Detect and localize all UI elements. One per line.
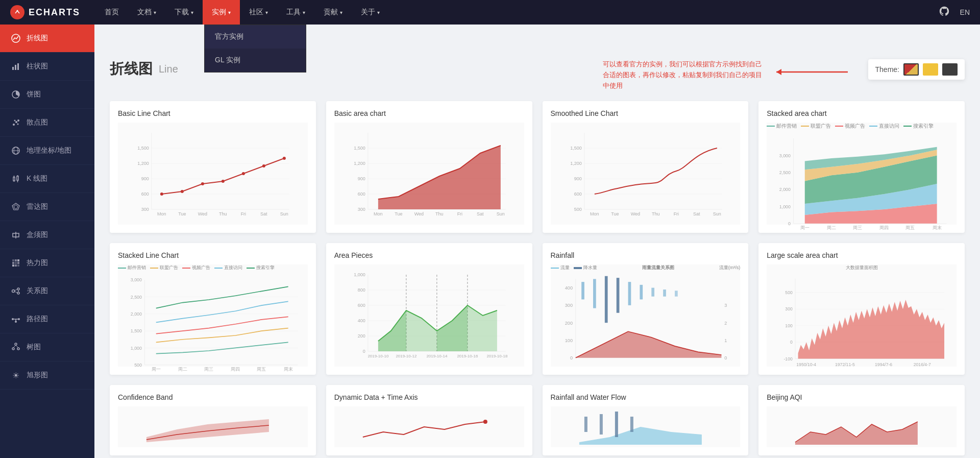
sidebar-item-heatmap[interactable]: 热力图	[0, 249, 94, 277]
pie-chart-icon	[10, 89, 21, 100]
page-title-en: Line	[159, 63, 178, 75]
svg-text:Tue: Tue	[611, 211, 619, 216]
svg-rect-32	[17, 262, 19, 264]
chart-title-stacked-area: Stacked area chart	[767, 109, 957, 117]
charts-row-2: Stacked Line Chart 邮件营销 联盟广告 视频广告 直接访问	[110, 243, 965, 375]
chart-card-rainfall-water[interactable]: Rainfall and Water Flow	[543, 385, 749, 455]
page-title-area: 折线图 Line	[110, 59, 178, 79]
legend-sl-direct: 直接访问	[214, 264, 242, 271]
chart-card-stacked-area[interactable]: Stacked area chart 邮件营销 联盟广告 视频广告 直接访问	[758, 101, 965, 233]
nav-logo[interactable]: ECHARTS	[10, 5, 80, 19]
theme-btn-yellow[interactable]	[923, 63, 938, 76]
sidebar-item-lines[interactable]: 路径图	[0, 305, 94, 333]
svg-rect-28	[15, 259, 17, 261]
svg-text:400: 400	[358, 318, 365, 323]
svg-text:2: 2	[724, 321, 727, 326]
svg-text:0: 0	[570, 356, 572, 361]
theme-btn-red[interactable]	[903, 63, 919, 76]
lang-switch[interactable]: EN	[960, 8, 970, 16]
stacked-line-svg: 500 1,000 1,500 2,000 2,500 3,000 周一 周二 …	[118, 274, 308, 376]
svg-point-74	[201, 182, 204, 185]
svg-text:周三: 周三	[853, 225, 862, 230]
chart-card-confidence[interactable]: Confidence Band	[110, 385, 316, 455]
chart-card-area-pieces[interactable]: Area Pieces 2019-10-10 2019-10-12	[326, 243, 532, 375]
chart-card-stacked-line[interactable]: Stacked Line Chart 邮件营销 联盟广告 视频广告 直接访问	[110, 243, 316, 375]
sidebar-item-candlestick[interactable]: K 线图	[0, 165, 94, 193]
svg-text:0: 0	[363, 349, 365, 354]
github-icon[interactable]	[939, 6, 950, 19]
nav-item-docs[interactable]: 文档▾	[128, 0, 165, 25]
sidebar-item-sunburst[interactable]: ☀ 旭形图	[0, 361, 94, 390]
svg-text:周二: 周二	[827, 225, 836, 230]
svg-point-36	[12, 290, 15, 293]
svg-marker-173	[406, 310, 437, 351]
chart-preview-confidence	[118, 406, 308, 447]
stacked-area-legend: 邮件营销 联盟广告 视频广告 直接访问 搜索引擎	[767, 123, 957, 130]
legend-affiliate: 联盟广告	[801, 123, 831, 130]
chart-title-basic-line: Basic Line Chart	[118, 109, 308, 117]
chart-title-rainfall-water: Rainfall and Water Flow	[551, 393, 741, 401]
nav-item-home[interactable]: 首页	[95, 0, 128, 25]
radar-icon	[10, 201, 21, 212]
chart-card-large-scale[interactable]: Large scale area chart 大数据量面积图 -100 0 10…	[758, 243, 965, 375]
svg-text:周末: 周末	[284, 367, 293, 372]
charts-row-1: Basic Line Chart 300 600 900 1,200 1,500	[110, 101, 965, 233]
chart-card-dynamic[interactable]: Dynamic Data + Time Axis	[326, 385, 532, 455]
svg-text:100: 100	[565, 338, 572, 343]
svg-text:900: 900	[574, 176, 581, 181]
svg-text:1,500: 1,500	[354, 146, 365, 151]
sidebar-item-boxplot[interactable]: 盒须图	[0, 221, 94, 249]
svg-text:2019-10-18: 2019-10-18	[486, 354, 507, 358]
chart-card-rainfall[interactable]: Rainfall 流量 降水量 雨量流量关系图 流量(m³/s)	[543, 243, 749, 375]
nav-item-download[interactable]: 下载▾	[165, 0, 203, 25]
sidebar-item-pie[interactable]: 饼图	[0, 81, 94, 109]
chart-card-basic-line[interactable]: Basic Line Chart 300 600 900 1,200 1,500	[110, 101, 316, 233]
tree-icon	[10, 342, 21, 353]
sidebar-item-scatter[interactable]: 散点图	[0, 109, 94, 137]
chart-card-beijing-aqi[interactable]: Beijing AQI	[758, 385, 965, 455]
svg-text:300: 300	[786, 307, 793, 312]
svg-text:600: 600	[358, 303, 365, 308]
nav-item-community[interactable]: 社区▾	[240, 0, 277, 25]
chart-title-basic-area: Basic area chart	[334, 109, 524, 117]
svg-text:Thu: Thu	[435, 211, 444, 216]
svg-text:1994/7-6: 1994/7-6	[875, 362, 892, 367]
stacked-line-legend: 邮件营销 联盟广告 视频广告 直接访问 搜索引擎	[118, 264, 308, 271]
svg-point-76	[242, 172, 245, 175]
svg-text:200: 200	[358, 333, 365, 339]
dropdown-item-gl[interactable]: GL 实例	[205, 49, 306, 72]
sidebar-item-bar[interactable]: 柱状图	[0, 53, 94, 81]
svg-line-40	[14, 292, 17, 293]
svg-text:1,500: 1,500	[137, 146, 149, 151]
chart-card-basic-area[interactable]: Basic area chart 300 600 900 1,200 1,500…	[326, 101, 532, 233]
sidebar-item-tree[interactable]: 树图	[0, 333, 94, 361]
svg-text:600: 600	[358, 191, 365, 197]
main-content: 折线图 Line 可以查看官方的实例，我们可以根据官方示例找到自己合适的图表，再…	[94, 49, 980, 458]
svg-rect-34	[15, 264, 17, 267]
svg-text:Sun: Sun	[280, 211, 288, 216]
annotation-box: 可以查看官方的实例，我们可以根据官方示例找到自己合适的图表，再作以修改，粘贴复制…	[603, 59, 766, 91]
nav-item-examples[interactable]: 实例▾	[203, 0, 240, 25]
svg-rect-179	[593, 279, 596, 308]
nav-item-tools[interactable]: 工具▾	[277, 0, 314, 25]
chart-title-stacked-line: Stacked Line Chart	[118, 251, 308, 259]
svg-text:周四: 周四	[880, 225, 889, 230]
sidebar: 折线图 柱状图 饼图	[0, 25, 94, 458]
chart-card-smoothed-line[interactable]: Smoothed Line Chart 500 600 900 1,200 1,…	[543, 101, 749, 233]
nav-item-contribute[interactable]: 贡献▾	[314, 0, 352, 25]
svg-text:周五: 周五	[906, 225, 915, 230]
svg-point-10	[14, 120, 16, 122]
sidebar-item-graph[interactable]: 关系图	[0, 277, 94, 305]
rainfall-legend: 流量 降水量 雨量流量关系图 流量(m³/s)	[551, 264, 741, 271]
boxplot-icon	[10, 229, 21, 240]
sidebar-item-geo[interactable]: 地理坐标/地图	[0, 137, 94, 165]
nav-item-about[interactable]: 关于▾	[352, 0, 389, 25]
svg-text:周二: 周二	[178, 367, 187, 372]
dropdown-item-official[interactable]: 官方实例	[205, 25, 306, 49]
sidebar-item-line[interactable]: 折线图	[0, 25, 94, 53]
svg-point-37	[17, 288, 19, 290]
svg-marker-214	[579, 427, 701, 445]
chart-preview-stacked-line: 邮件营销 联盟广告 视频广告 直接访问 搜索引擎	[118, 264, 308, 367]
theme-btn-dark[interactable]	[942, 63, 958, 76]
sidebar-item-radar[interactable]: 雷达图	[0, 193, 94, 221]
